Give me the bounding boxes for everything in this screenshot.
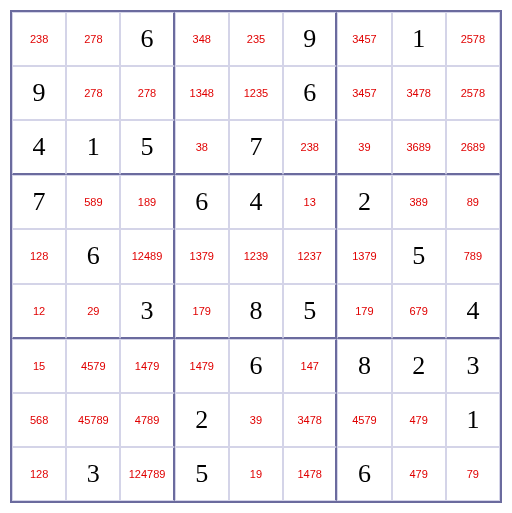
- cell-7-5[interactable]: 3478: [283, 393, 337, 447]
- cell-5-8[interactable]: 4: [446, 284, 500, 339]
- cell-4-2[interactable]: 12489: [120, 229, 174, 283]
- given-value: 3: [87, 459, 100, 489]
- cell-1-1[interactable]: 278: [66, 66, 120, 120]
- candidates: 1479: [190, 360, 214, 372]
- cell-7-7[interactable]: 479: [392, 393, 446, 447]
- cell-4-4[interactable]: 1239: [229, 229, 283, 283]
- cell-5-1[interactable]: 29: [66, 284, 120, 339]
- cell-1-2[interactable]: 278: [120, 66, 174, 120]
- cell-3-3[interactable]: 6: [175, 175, 229, 229]
- given-value: 5: [303, 296, 316, 326]
- cell-4-3[interactable]: 1379: [175, 229, 229, 283]
- candidates: 1348: [190, 87, 214, 99]
- cell-1-6[interactable]: 3457: [337, 66, 391, 120]
- candidates: 29: [87, 305, 99, 317]
- cell-7-4[interactable]: 39: [229, 393, 283, 447]
- cell-1-7[interactable]: 3478: [392, 66, 446, 120]
- cell-4-0[interactable]: 128: [12, 229, 66, 283]
- cell-2-0[interactable]: 4: [12, 120, 66, 175]
- cell-5-4[interactable]: 8: [229, 284, 283, 339]
- cell-2-5[interactable]: 238: [283, 120, 337, 175]
- candidates: 2689: [461, 141, 485, 153]
- cell-4-7[interactable]: 5: [392, 229, 446, 283]
- cell-7-0[interactable]: 568: [12, 393, 66, 447]
- cell-5-5[interactable]: 5: [283, 284, 337, 339]
- cell-6-3[interactable]: 1479: [175, 339, 229, 393]
- cell-2-3[interactable]: 38: [175, 120, 229, 175]
- cell-0-3[interactable]: 348: [175, 12, 229, 66]
- candidates: 39: [358, 141, 370, 153]
- candidates: 3478: [406, 87, 430, 99]
- cell-6-1[interactable]: 4579: [66, 339, 120, 393]
- cell-3-0[interactable]: 7: [12, 175, 66, 229]
- cell-8-1[interactable]: 3: [66, 447, 120, 501]
- cell-3-1[interactable]: 589: [66, 175, 120, 229]
- cell-3-2[interactable]: 189: [120, 175, 174, 229]
- cell-6-6[interactable]: 8: [337, 339, 391, 393]
- cell-8-8[interactable]: 79: [446, 447, 500, 501]
- cell-5-7[interactable]: 679: [392, 284, 446, 339]
- cell-8-0[interactable]: 128: [12, 447, 66, 501]
- cell-0-4[interactable]: 235: [229, 12, 283, 66]
- cell-8-5[interactable]: 1478: [283, 447, 337, 501]
- cell-8-6[interactable]: 6: [337, 447, 391, 501]
- cell-2-7[interactable]: 3689: [392, 120, 446, 175]
- cell-1-8[interactable]: 2578: [446, 66, 500, 120]
- candidates: 3689: [406, 141, 430, 153]
- given-value: 2: [358, 187, 371, 217]
- cell-6-5[interactable]: 147: [283, 339, 337, 393]
- cell-0-8[interactable]: 2578: [446, 12, 500, 66]
- cell-8-4[interactable]: 19: [229, 447, 283, 501]
- cell-5-2[interactable]: 3: [120, 284, 174, 339]
- cell-0-5[interactable]: 9: [283, 12, 337, 66]
- cell-4-1[interactable]: 6: [66, 229, 120, 283]
- candidates: 15: [33, 360, 45, 372]
- cell-7-6[interactable]: 4579: [337, 393, 391, 447]
- cell-0-1[interactable]: 278: [66, 12, 120, 66]
- cell-0-2[interactable]: 6: [120, 12, 174, 66]
- cell-1-5[interactable]: 6: [283, 66, 337, 120]
- cell-8-3[interactable]: 5: [175, 447, 229, 501]
- cell-6-2[interactable]: 1479: [120, 339, 174, 393]
- candidates: 278: [84, 33, 102, 45]
- cell-1-3[interactable]: 1348: [175, 66, 229, 120]
- cell-3-4[interactable]: 4: [229, 175, 283, 229]
- cell-2-2[interactable]: 5: [120, 120, 174, 175]
- cell-0-7[interactable]: 1: [392, 12, 446, 66]
- cell-7-2[interactable]: 4789: [120, 393, 174, 447]
- cell-3-8[interactable]: 89: [446, 175, 500, 229]
- candidates: 179: [355, 305, 373, 317]
- cell-5-3[interactable]: 179: [175, 284, 229, 339]
- cell-6-7[interactable]: 2: [392, 339, 446, 393]
- cell-3-6[interactable]: 2: [337, 175, 391, 229]
- cell-6-0[interactable]: 15: [12, 339, 66, 393]
- candidates: 4579: [81, 360, 105, 372]
- cell-6-4[interactable]: 6: [229, 339, 283, 393]
- cell-7-8[interactable]: 1: [446, 393, 500, 447]
- given-value: 7: [249, 132, 262, 162]
- cell-5-0[interactable]: 12: [12, 284, 66, 339]
- cell-4-6[interactable]: 1379: [337, 229, 391, 283]
- cell-2-6[interactable]: 39: [337, 120, 391, 175]
- given-value: 2: [195, 405, 208, 435]
- cell-8-2[interactable]: 124789: [120, 447, 174, 501]
- cell-0-6[interactable]: 3457: [337, 12, 391, 66]
- cell-6-8[interactable]: 3: [446, 339, 500, 393]
- cell-3-7[interactable]: 389: [392, 175, 446, 229]
- cell-3-5[interactable]: 13: [283, 175, 337, 229]
- cell-4-8[interactable]: 789: [446, 229, 500, 283]
- cell-1-4[interactable]: 1235: [229, 66, 283, 120]
- candidates: 589: [84, 196, 102, 208]
- cell-2-8[interactable]: 2689: [446, 120, 500, 175]
- candidates: 568: [30, 414, 48, 426]
- cell-0-0[interactable]: 238: [12, 12, 66, 66]
- cell-5-6[interactable]: 179: [337, 284, 391, 339]
- cell-2-1[interactable]: 1: [66, 120, 120, 175]
- cell-8-7[interactable]: 479: [392, 447, 446, 501]
- cell-4-5[interactable]: 1237: [283, 229, 337, 283]
- cell-1-0[interactable]: 9: [12, 66, 66, 120]
- cell-7-3[interactable]: 2: [175, 393, 229, 447]
- given-value: 6: [195, 187, 208, 217]
- cell-7-1[interactable]: 45789: [66, 393, 120, 447]
- cell-2-4[interactable]: 7: [229, 120, 283, 175]
